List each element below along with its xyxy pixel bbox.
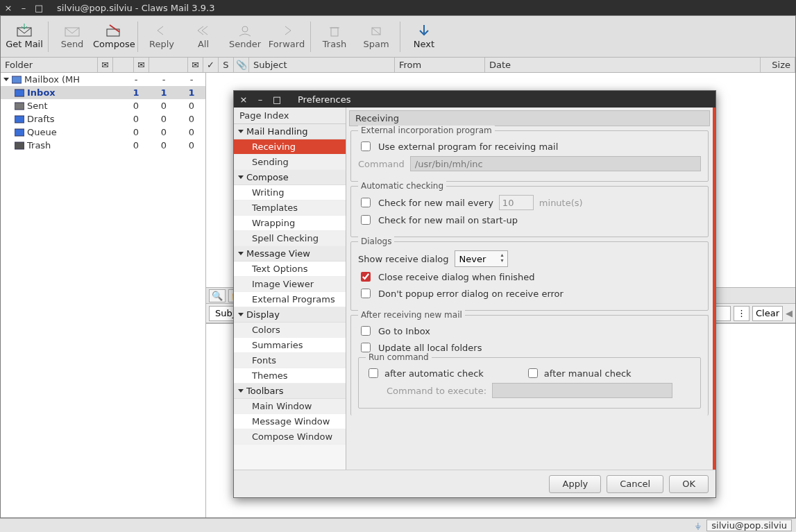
reply-sender-button[interactable]: Sender: [224, 21, 266, 52]
page-index-tree[interactable]: Mail HandlingReceivingSendingComposeWrit…: [234, 124, 346, 445]
cancel-button[interactable]: Cancel: [607, 475, 663, 493]
group-run-command: Run command after automatic check after …: [358, 357, 701, 409]
expand-icon[interactable]: [3, 78, 9, 81]
maximize-icon[interactable]: □: [273, 94, 281, 105]
size-column-header[interactable]: Size: [761, 58, 795, 72]
toolbar-separator: [48, 22, 49, 52]
pref-category[interactable]: Compose: [234, 170, 346, 185]
spam-button[interactable]: Spam: [355, 21, 397, 52]
reply-all-icon: [195, 24, 212, 37]
pref-item-templates[interactable]: Templates: [234, 200, 346, 216]
no-error-popup-checkbox[interactable]: [361, 289, 371, 298]
envelope-icon: ✉: [137, 60, 145, 70]
folder-row-trash[interactable]: Trash 000: [1, 139, 205, 152]
col-icon-3[interactable]: ✉: [188, 58, 203, 72]
svg-rect-9: [12, 76, 22, 83]
check-startup-label: Check for new mail on start-up: [378, 215, 518, 225]
col-attach-icon[interactable]: 📎: [234, 58, 249, 72]
date-column-header[interactable]: Date: [485, 58, 761, 72]
pref-item-sending[interactable]: Sending: [234, 155, 346, 170]
get-mail-icon: [16, 24, 33, 37]
search-options-button[interactable]: ⋮: [734, 306, 750, 321]
col-icon-1[interactable]: ✉: [98, 58, 113, 72]
col-icon-2[interactable]: ✉: [134, 58, 149, 72]
folder-row-sent[interactable]: Sent 000: [1, 99, 205, 112]
folder-column-header[interactable]: Folder: [1, 58, 98, 72]
pref-item-image-viewer[interactable]: Image Viewer: [234, 277, 346, 292]
update-folders-checkbox[interactable]: [361, 343, 371, 352]
check-startup-checkbox[interactable]: [361, 215, 371, 225]
after-manual-checkbox[interactable]: [528, 368, 538, 378]
apply-button[interactable]: Apply: [549, 475, 601, 493]
pref-item-main-window[interactable]: Main Window: [234, 399, 346, 414]
expand-icon: [238, 252, 244, 255]
pane-title: Receiving: [349, 110, 710, 126]
status-account[interactable]: silviu@pop.silviu: [706, 520, 792, 531]
folder-row-queue[interactable]: Queue 000: [1, 126, 205, 139]
subject-column-header[interactable]: Subject: [249, 58, 395, 72]
folder-row-drafts[interactable]: Drafts 000: [1, 112, 205, 126]
ok-button[interactable]: OK: [669, 475, 709, 493]
svg-rect-10: [15, 89, 24, 96]
pref-item-wrapping[interactable]: Wrapping: [234, 216, 346, 231]
col-check[interactable]: ✓: [203, 58, 219, 72]
online-icon[interactable]: ⏚: [695, 520, 701, 531]
pref-item-text-options[interactable]: Text Options: [234, 261, 346, 277]
pref-item-writing[interactable]: Writing: [234, 185, 346, 200]
close-dialog-checkbox[interactable]: [361, 272, 371, 282]
folder-root[interactable]: Mailbox (MH ---: [1, 73, 205, 86]
pref-item-themes[interactable]: Themes: [234, 368, 346, 384]
pref-item-external-programs[interactable]: External Programs: [234, 292, 346, 307]
pref-item-colors[interactable]: Colors: [234, 323, 346, 338]
pref-item-message-window[interactable]: Message Window: [234, 414, 346, 429]
compose-button[interactable]: Compose: [93, 21, 135, 52]
clear-button[interactable]: Clear: [752, 306, 783, 321]
sender-icon: [237, 24, 253, 37]
folder-row-inbox[interactable]: Inbox 111: [1, 86, 205, 99]
forward-icon: [278, 24, 295, 37]
pref-category[interactable]: Message View: [234, 246, 346, 261]
pref-item-compose-window[interactable]: Compose Window: [234, 429, 346, 445]
send-button[interactable]: Send: [51, 21, 93, 52]
folder-icon: [15, 141, 24, 150]
next-button[interactable]: Next: [403, 21, 445, 52]
pref-category[interactable]: Display: [234, 307, 346, 323]
col-s[interactable]: S: [219, 58, 234, 72]
dialog-titlebar[interactable]: × – □ Preferences: [234, 91, 715, 108]
after-auto-label: after automatic check: [384, 368, 484, 379]
close-icon[interactable]: ×: [4, 3, 12, 13]
pref-item-receiving[interactable]: Receiving: [234, 139, 346, 155]
close-icon[interactable]: ×: [239, 94, 248, 105]
reply-button[interactable]: Reply: [141, 21, 183, 52]
trash-button[interactable]: Trash: [314, 21, 355, 52]
pref-category[interactable]: Toolbars: [234, 384, 346, 399]
folder-tree[interactable]: Mailbox (MH --- Inbox 111Sent 000Drafts …: [1, 73, 206, 517]
from-column-header[interactable]: From: [395, 58, 485, 72]
goto-inbox-checkbox[interactable]: [361, 326, 371, 336]
show-dialog-select[interactable]: Never: [455, 250, 508, 267]
reply-all-button[interactable]: All: [183, 21, 224, 52]
check-every-spin[interactable]: [499, 195, 534, 210]
main-toolbar: Get Mail Send Compose Reply All Sender F…: [1, 16, 795, 58]
pref-item-spell-checking[interactable]: Spell Checking: [234, 231, 346, 246]
pref-category[interactable]: Mail Handling: [234, 124, 346, 139]
expand-icon: [238, 175, 244, 179]
after-auto-checkbox[interactable]: [369, 368, 378, 378]
page-index: Page Index Mail HandlingReceivingSending…: [234, 108, 346, 470]
folder-icon: [15, 128, 24, 137]
check-every-checkbox[interactable]: [361, 198, 371, 207]
get-mail-button[interactable]: Get Mail: [3, 21, 45, 52]
pref-item-fonts[interactable]: Fonts: [234, 353, 346, 368]
use-external-checkbox[interactable]: [361, 141, 371, 151]
pref-item-summaries[interactable]: Summaries: [234, 338, 346, 353]
forward-button[interactable]: Forward: [266, 21, 307, 52]
minimize-icon[interactable]: –: [19, 3, 28, 13]
column-headers: Folder ✉ ✉ ✉ ✓ S 📎 Subject From Date Siz…: [1, 58, 795, 73]
check-every-unit: minute(s): [539, 198, 583, 208]
search-icon[interactable]: 🔍: [209, 289, 226, 302]
minimize-icon[interactable]: –: [256, 94, 264, 105]
maximize-icon[interactable]: □: [35, 3, 43, 13]
svg-point-4: [242, 26, 248, 32]
expand-icon: [238, 130, 244, 133]
toolbar-separator: [137, 22, 138, 52]
